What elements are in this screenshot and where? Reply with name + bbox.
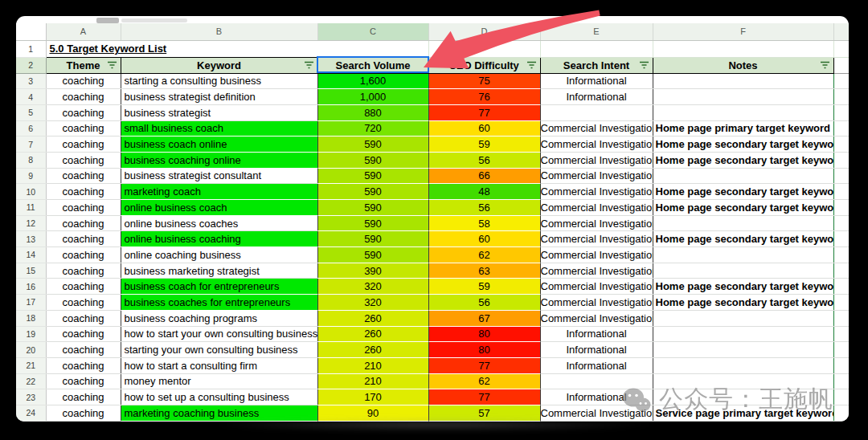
seo-difficulty-cell[interactable]: 62: [428, 373, 540, 389]
row-number[interactable]: 3: [16, 73, 46, 89]
search-volume-cell[interactable]: 210: [317, 357, 428, 373]
empty-cell[interactable]: [653, 40, 833, 57]
seo-difficulty-cell[interactable]: 60: [428, 231, 540, 247]
seo-difficulty-cell[interactable]: 66: [428, 168, 540, 184]
row-number[interactable]: 18: [16, 310, 46, 326]
empty-cell[interactable]: [833, 215, 849, 231]
search-intent-cell[interactable]: Commercial Investigation: [540, 215, 653, 231]
search-intent-cell[interactable]: Commercial Investigation: [540, 168, 653, 184]
empty-cell[interactable]: [833, 279, 849, 295]
empty-cell[interactable]: [833, 168, 849, 184]
column-letter-d[interactable]: D: [428, 23, 540, 40]
seo-difficulty-cell[interactable]: 75: [428, 73, 540, 89]
row-number[interactable]: 15: [16, 263, 46, 279]
row-number[interactable]: 8: [16, 152, 46, 168]
row-number[interactable]: 4: [16, 89, 46, 105]
column-header-search-intent[interactable]: Search Intent: [540, 57, 653, 73]
search-volume-cell[interactable]: 590: [317, 136, 428, 153]
column-header-search-volume[interactable]: Search Volume: [317, 57, 428, 73]
keyword-cell[interactable]: business coaching online: [121, 152, 317, 168]
theme-cell[interactable]: coaching: [46, 152, 121, 168]
seo-difficulty-cell[interactable]: 58: [428, 215, 540, 231]
empty-cell[interactable]: [833, 184, 849, 200]
empty-cell[interactable]: [833, 310, 849, 326]
empty-cell[interactable]: [833, 73, 849, 89]
keyword-cell[interactable]: online coaching business: [121, 247, 317, 263]
search-volume-cell[interactable]: 590: [317, 200, 428, 216]
empty-cell[interactable]: [833, 263, 849, 279]
search-intent-cell[interactable]: [540, 104, 653, 120]
theme-cell[interactable]: coaching: [46, 342, 121, 358]
keyword-cell[interactable]: starting your own consulting business: [121, 342, 317, 358]
notes-cell[interactable]: Home page primary target keyword: [653, 120, 833, 136]
seo-difficulty-cell[interactable]: 67: [428, 310, 540, 326]
row-number[interactable]: 24: [16, 405, 46, 421]
seo-difficulty-cell[interactable]: 80: [428, 326, 540, 342]
filter-icon[interactable]: [820, 61, 830, 70]
row-number[interactable]: 12: [16, 215, 46, 231]
empty-cell[interactable]: [428, 40, 540, 57]
column-letter-e[interactable]: E: [540, 23, 653, 40]
notes-cell[interactable]: Home page secondary target keyword: [653, 152, 833, 168]
theme-cell[interactable]: coaching: [46, 373, 121, 389]
notes-cell[interactable]: [653, 104, 833, 120]
search-intent-cell[interactable]: Commercial Investigation: [540, 310, 653, 326]
keyword-cell[interactable]: business coaching programs: [121, 310, 317, 326]
row-number[interactable]: 21: [16, 357, 46, 373]
search-volume-cell[interactable]: 320: [317, 295, 428, 311]
theme-cell[interactable]: coaching: [46, 310, 121, 326]
notes-cell[interactable]: [653, 357, 833, 373]
search-intent-cell[interactable]: Commercial Investigation: [540, 152, 653, 168]
seo-difficulty-cell[interactable]: 59: [428, 136, 540, 153]
seo-difficulty-cell[interactable]: 56: [428, 152, 540, 168]
row-number[interactable]: 16: [16, 279, 46, 295]
seo-difficulty-cell[interactable]: 63: [428, 263, 540, 279]
notes-cell[interactable]: [653, 373, 833, 389]
column-header-seo-difficulty[interactable]: SEO Difficulty: [428, 57, 540, 73]
empty-cell[interactable]: [833, 357, 849, 373]
notes-cell[interactable]: Home page secondary target keyword: [653, 231, 833, 247]
search-intent-cell[interactable]: Informational: [540, 357, 653, 373]
keyword-cell[interactable]: business coaches for entrepreneurs: [121, 295, 317, 311]
row-number[interactable]: 13: [16, 231, 46, 247]
theme-cell[interactable]: coaching: [46, 104, 121, 120]
empty-cell[interactable]: [833, 136, 849, 153]
theme-cell[interactable]: coaching: [46, 357, 121, 373]
filter-icon[interactable]: [639, 61, 649, 70]
seo-difficulty-cell[interactable]: 80: [428, 342, 540, 358]
theme-cell[interactable]: coaching: [46, 279, 121, 295]
empty-cell[interactable]: [833, 326, 849, 342]
theme-cell[interactable]: coaching: [46, 215, 121, 231]
row-number[interactable]: 9: [16, 168, 46, 184]
seo-difficulty-cell[interactable]: 62: [428, 247, 540, 263]
row-number[interactable]: 23: [16, 389, 46, 405]
title-cell[interactable]: 5.0 Target Keyword List: [46, 40, 317, 57]
theme-cell[interactable]: coaching: [46, 73, 121, 89]
empty-cell[interactable]: [833, 342, 849, 358]
row-number[interactable]: 22: [16, 373, 46, 389]
search-intent-cell[interactable]: Informational: [540, 342, 653, 358]
column-letter-c[interactable]: C: [317, 23, 428, 40]
search-intent-cell[interactable]: Informational: [540, 326, 653, 342]
empty-cell[interactable]: [833, 247, 849, 263]
search-intent-cell[interactable]: Commercial Investigation: [540, 200, 653, 216]
row-number[interactable]: 2: [16, 57, 46, 73]
empty-cell[interactable]: [833, 40, 849, 57]
empty-cell[interactable]: [833, 89, 849, 105]
theme-cell[interactable]: coaching: [46, 247, 121, 263]
search-intent-cell[interactable]: Commercial Investigation: [540, 136, 653, 153]
search-volume-cell[interactable]: 590: [317, 184, 428, 200]
notes-cell[interactable]: [653, 73, 833, 89]
empty-cell[interactable]: [540, 40, 653, 57]
seo-difficulty-cell[interactable]: 77: [428, 104, 540, 120]
notes-cell[interactable]: [653, 168, 833, 184]
column-header-keyword[interactable]: Keyword: [121, 57, 317, 73]
keyword-cell[interactable]: how to set up a consulting business: [121, 389, 317, 405]
keyword-cell[interactable]: how to start your own consulting busines…: [121, 326, 317, 342]
theme-cell[interactable]: coaching: [46, 200, 121, 216]
search-volume-cell[interactable]: 1,600: [317, 73, 428, 89]
theme-cell[interactable]: coaching: [46, 263, 121, 279]
seo-difficulty-cell[interactable]: 76: [428, 89, 540, 105]
search-volume-cell[interactable]: 1,000: [317, 89, 428, 105]
empty-cell[interactable]: [833, 295, 849, 311]
